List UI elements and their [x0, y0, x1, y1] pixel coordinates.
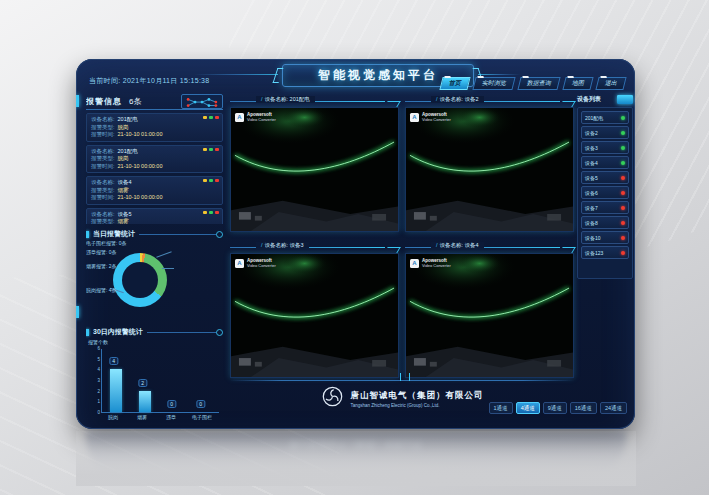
alarm-dot-r [215, 116, 219, 119]
channel-button-16通道[interactable]: 16通道 [570, 402, 597, 414]
video-scene [406, 254, 573, 377]
device-name: 设备7 [585, 205, 598, 211]
watermark-logo-icon: A [410, 259, 419, 268]
bar-value-tag: 0 [196, 400, 205, 408]
alarm-field-label: 设备名称: [91, 148, 115, 156]
video-panel-header: 设备名称: 设备3 [230, 241, 399, 253]
device-list: 201配电设备2设备3设备4设备5设备6设备7设备8设备10设备123 [577, 107, 633, 279]
alarm-card[interactable]: 设备名称:设备4报警类型:烟雾报警时间:21-10-10 00:00:00 [86, 176, 223, 205]
bar-y-tick: 5 [97, 356, 100, 361]
nav-button-2[interactable]: 实时浏览 [472, 77, 515, 90]
top-nav: 首页实时浏览数据查询地图退出 [441, 77, 625, 90]
video-panel-4[interactable]: 设备名称: 设备4 [405, 241, 574, 378]
watermark: A Apowersoft Video Converter [235, 112, 276, 122]
online-status-icon [621, 131, 625, 135]
alarm-status-dots [203, 116, 219, 119]
watermark-line2: Video Converter [247, 263, 276, 268]
alarm-field-value: 21-10-10 01:00:00 [118, 131, 163, 139]
alarm-field-value: 设备5 [118, 211, 132, 219]
alarm-dot-y [203, 179, 207, 182]
edge-accent-bottom [76, 306, 79, 318]
device-list-item[interactable]: 设备6 [581, 186, 629, 199]
video-feed[interactable]: A Apowersoft Video Converter [230, 253, 399, 378]
dashboard-window: 当前时间: 2021年10月11日 15:15:38 智能视觉感知平台 首页实时… [76, 59, 635, 429]
alarm-card[interactable]: 设备名称:201配电报警类型:脱岗报警时间:21-10-10 01:00:00 [86, 113, 223, 142]
channel-button-1通道[interactable]: 1通道 [489, 402, 513, 414]
donut-connector-right [162, 268, 174, 269]
alarm-sidebar: 报警信息 6条 [86, 93, 223, 425]
daily-alarm-donut-chart: 脱岗报警: 4条 电子围栏报警: 0条 违章报警: 0条 烟雾报警: 2条 [86, 240, 223, 322]
device-list-tab-icon[interactable] [617, 95, 633, 104]
device-name: 设备5 [585, 175, 598, 181]
nav-button-1[interactable]: 首页 [439, 77, 470, 90]
alarm-dot-g [209, 148, 213, 151]
nav-button-4[interactable]: 地图 [562, 77, 593, 90]
watermark-line2: Video Converter [422, 117, 451, 122]
device-list-item[interactable]: 设备3 [581, 141, 629, 154]
nav-button-5[interactable]: 退出 [595, 77, 626, 90]
watermark-line2: Video Converter [422, 263, 451, 268]
device-list-item[interactable]: 设备10 [581, 231, 629, 244]
offline-status-icon [621, 176, 625, 180]
donut-label-offpost: 脱岗报警: 4条 [86, 287, 117, 293]
video-panel-title: 设备名称: 设备4 [431, 242, 484, 249]
circuit-line-decoration [139, 234, 223, 235]
video-scene [231, 108, 398, 231]
alarm-dot-g [209, 179, 213, 182]
video-panel-2[interactable]: 设备名称: 设备2 [405, 95, 574, 232]
desktop-background: 当前时间: 2021年10月11日 15:15:38 智能视觉感知平台 首页实时… [0, 0, 709, 495]
offline-status-icon [621, 236, 625, 240]
footer-notch-decoration [400, 373, 410, 381]
video-panel-header: 设备名称: 201配电 [230, 95, 399, 107]
alarm-field-value: 21-10-10 00:00:00 [118, 194, 163, 202]
channel-button-4通道[interactable]: 4通道 [516, 402, 540, 414]
alarm-field-label: 报警类型: [91, 218, 115, 224]
video-scene [231, 254, 398, 377]
bar-value-tag: 4 [109, 357, 118, 365]
alarm-dot-r [215, 148, 219, 151]
device-list-item[interactable]: 设备2 [581, 126, 629, 139]
device-list-panel: 设备列表 201配电设备2设备3设备4设备5设备6设备7设备8设备10设备123 [577, 93, 633, 385]
device-name: 设备10 [585, 235, 601, 241]
device-name: 设备3 [585, 145, 598, 151]
device-list-item[interactable]: 设备123 [581, 246, 629, 259]
offline-status-icon [621, 191, 625, 195]
video-feed[interactable]: A Apowersoft Video Converter [405, 107, 574, 232]
video-panel-header: 设备名称: 设备2 [405, 95, 574, 107]
device-list-item[interactable]: 201配电 [581, 111, 629, 124]
watermark-logo-icon: A [235, 259, 244, 268]
video-panel-1[interactable]: 设备名称: 201配电 [230, 95, 399, 232]
alarm-card[interactable]: 设备名称:设备5报警类型:烟雾报警时间:21-10-10 00:00:00 [86, 208, 223, 225]
video-panel-3[interactable]: 设备名称: 设备3 [230, 241, 399, 378]
alarm-field-value: 烟雾 [118, 187, 129, 195]
bar-烟雾 [139, 391, 151, 412]
bar-脱岗 [110, 369, 122, 412]
donut-label-violation: 违章报警: 0条 [86, 249, 223, 255]
device-list-item[interactable]: 设备4 [581, 156, 629, 169]
alarm-field-label: 报警时间: [91, 163, 115, 171]
watermark-logo-icon: A [235, 113, 244, 122]
bar-y-tick: 1 [97, 399, 100, 404]
alarm-card[interactable]: 设备名称:201配电报警类型:脱岗报警时间:21-10-10 00:00:00 [86, 145, 223, 174]
channel-button-9通道[interactable]: 9通道 [543, 402, 567, 414]
current-time: 当前时间: 2021年10月11日 15:15:38 [89, 76, 210, 86]
alarm-header: 报警信息 6条 [86, 93, 223, 110]
alarm-field-label: 设备名称: [91, 179, 115, 187]
monthly-stats-title: 30日内报警统计 [93, 327, 143, 337]
video-feed[interactable]: A Apowersoft Video Converter [405, 253, 574, 378]
video-feed[interactable]: A Apowersoft Video Converter [230, 107, 399, 232]
device-list-header: 设备列表 [577, 93, 633, 105]
device-list-item[interactable]: 设备7 [581, 201, 629, 214]
alarm-field-label: 设备名称: [91, 211, 115, 219]
bar-x-label: 违章 [166, 414, 176, 420]
device-list-item[interactable]: 设备8 [581, 216, 629, 229]
alarm-field-label: 报警类型: [91, 155, 115, 163]
nav-button-3[interactable]: 数据查询 [517, 77, 560, 90]
channel-button-24通道[interactable]: 24通道 [600, 402, 627, 414]
online-status-icon [621, 161, 625, 165]
bar-y-tick: 0 [97, 410, 100, 415]
alarm-field-label: 报警时间: [91, 194, 115, 202]
watermark-line2: Video Converter [247, 117, 276, 122]
device-list-item[interactable]: 设备5 [581, 171, 629, 184]
device-name: 设备2 [585, 130, 598, 136]
